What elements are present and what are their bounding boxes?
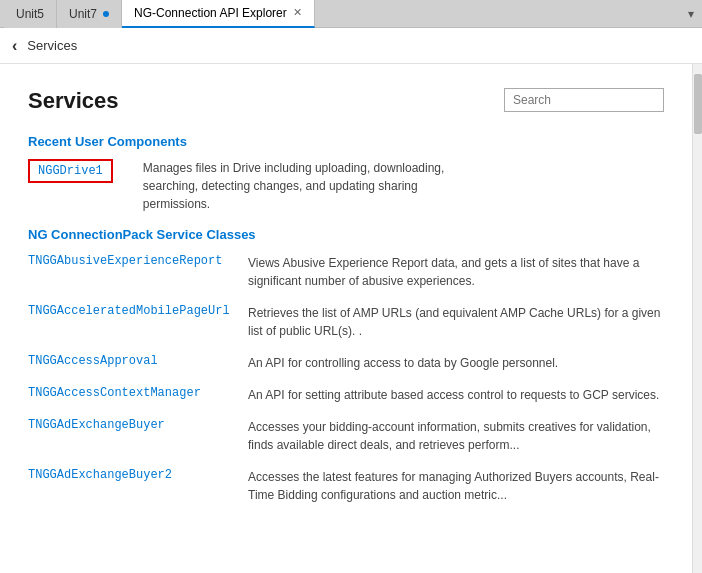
service-name-4[interactable]: TNGGAdExchangeBuyer bbox=[28, 418, 248, 432]
service-name-1[interactable]: TNGGAcceleratedMobilePageUrl bbox=[28, 304, 248, 318]
back-button[interactable]: ‹ bbox=[12, 37, 17, 55]
page-header: Services bbox=[28, 88, 664, 114]
service-desc-1: Retrieves the list of AMP URLs (and equi… bbox=[248, 304, 664, 340]
ng-section-heading: NG ConnectionPack Service Classes bbox=[28, 227, 664, 242]
list-item: TNGGAccessContextManager An API for sett… bbox=[28, 386, 664, 404]
recent-item-desc: Manages files in Drive including uploadi… bbox=[143, 159, 453, 213]
service-name-2[interactable]: TNGGAccessApproval bbox=[28, 354, 248, 368]
tab-bar: Unit5 Unit7 NG-Connection API Explorer ✕… bbox=[0, 0, 702, 28]
service-name-0[interactable]: TNGGAbusiveExperienceReport bbox=[28, 254, 248, 268]
content-area: Services Recent User Components NGGDrive… bbox=[0, 64, 692, 573]
toolbar-title: Services bbox=[27, 38, 77, 53]
tab-unit7-label: Unit7 bbox=[69, 7, 97, 21]
recent-item-name: NGGDrive1 bbox=[38, 164, 103, 178]
service-list: TNGGAbusiveExperienceReport Views Abusiv… bbox=[28, 254, 664, 504]
list-item: TNGGAcceleratedMobilePageUrl Retrieves t… bbox=[28, 304, 664, 340]
tab-ng-connection-label: NG-Connection API Explorer bbox=[134, 6, 287, 20]
service-desc-0: Views Abusive Experience Report data, an… bbox=[248, 254, 664, 290]
service-desc-5: Accesses the latest features for managin… bbox=[248, 468, 664, 504]
tab-unit7-dot bbox=[103, 11, 109, 17]
list-item: TNGGAdExchangeBuyer2 Accesses the latest… bbox=[28, 468, 664, 504]
page-title: Services bbox=[28, 88, 119, 114]
tab-unit7[interactable]: Unit7 bbox=[57, 0, 122, 28]
list-item: TNGGAccessApproval An API for controllin… bbox=[28, 354, 664, 372]
tab-ng-connection[interactable]: NG-Connection API Explorer ✕ bbox=[122, 0, 315, 28]
chevron-down-icon: ▾ bbox=[688, 7, 694, 21]
search-input[interactable] bbox=[504, 88, 664, 112]
recent-item-ngdrive1[interactable]: NGGDrive1 bbox=[28, 159, 113, 183]
service-name-3[interactable]: TNGGAccessContextManager bbox=[28, 386, 248, 400]
scrollbar-thumb[interactable] bbox=[694, 74, 702, 134]
service-name-5[interactable]: TNGGAdExchangeBuyer2 bbox=[28, 468, 248, 482]
tab-unit5[interactable]: Unit5 bbox=[4, 0, 57, 28]
service-desc-3: An API for setting attribute based acces… bbox=[248, 386, 664, 404]
recent-section-heading: Recent User Components bbox=[28, 134, 664, 149]
service-desc-2: An API for controlling access to data by… bbox=[248, 354, 664, 372]
vertical-scrollbar[interactable] bbox=[692, 64, 702, 573]
service-desc-4: Accesses your bidding-account informatio… bbox=[248, 418, 664, 454]
list-item: TNGGAbusiveExperienceReport Views Abusiv… bbox=[28, 254, 664, 290]
tab-dropdown-button[interactable]: ▾ bbox=[680, 7, 702, 21]
tab-ng-connection-close[interactable]: ✕ bbox=[293, 6, 302, 19]
list-item: TNGGAdExchangeBuyer Accesses your biddin… bbox=[28, 418, 664, 454]
main-content: Services Recent User Components NGGDrive… bbox=[0, 64, 702, 573]
toolbar: ‹ Services bbox=[0, 28, 702, 64]
tab-unit5-label: Unit5 bbox=[16, 7, 44, 21]
